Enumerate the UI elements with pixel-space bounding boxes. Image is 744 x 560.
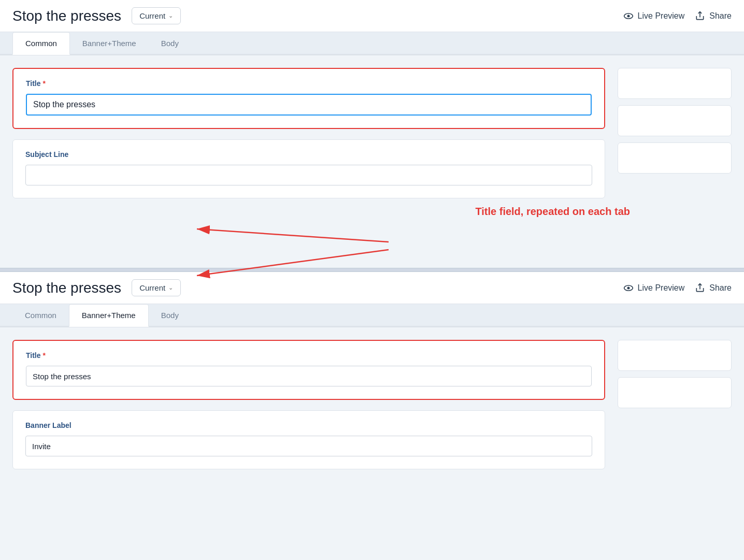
version-label-2: Current xyxy=(139,283,165,292)
version-label: Current xyxy=(139,11,165,20)
share-label-2: Share xyxy=(709,283,732,293)
share-button-2[interactable]: Share xyxy=(695,283,732,293)
bottom-main-content: Title * Banner Label xyxy=(12,340,605,480)
version-dropdown[interactable]: Current ⌄ xyxy=(132,7,181,24)
banner-label-card: Banner Label xyxy=(12,410,605,469)
sidebar-stub-1 xyxy=(618,68,732,99)
title-card-top: Title * xyxy=(12,68,605,129)
chevron-down-icon-2: ⌄ xyxy=(168,284,173,291)
svg-line-5 xyxy=(197,229,389,242)
subject-line-card: Subject Line xyxy=(12,139,605,198)
bottom-content-area: Title * Banner Label xyxy=(0,327,744,492)
title-field-label-top: Title * xyxy=(26,79,592,88)
tab-banner-theme-bottom[interactable]: Banner+Theme xyxy=(69,304,149,327)
header-actions: Live Preview Share xyxy=(623,11,732,21)
title-input-bottom[interactable] xyxy=(26,366,592,386)
top-tabs-bar: Common Banner+Theme Body xyxy=(0,32,744,55)
sidebar-stub-2 xyxy=(618,105,732,136)
subject-line-label: Subject Line xyxy=(25,150,592,159)
bottom-panel: Stop the presses Current ⌄ Live Preview … xyxy=(0,272,744,327)
tab-body-bottom[interactable]: Body xyxy=(149,305,191,326)
share-label: Share xyxy=(709,11,732,21)
svg-point-8 xyxy=(627,286,629,289)
sidebar-stub-5 xyxy=(618,377,732,408)
bottom-right-sidebar xyxy=(618,340,732,480)
title-card-bottom: Title * xyxy=(12,340,605,400)
bottom-tabs-bar: Common Banner+Theme Body xyxy=(0,304,744,327)
sidebar-stub-3 xyxy=(618,142,732,174)
section-divider xyxy=(0,268,744,272)
tab-common-top[interactable]: Common xyxy=(12,32,70,55)
header-actions-2: Live Preview Share xyxy=(623,283,732,293)
page-title: Stop the presses xyxy=(12,8,121,24)
banner-label-input[interactable] xyxy=(25,436,592,456)
live-preview-button-2[interactable]: Live Preview xyxy=(623,283,685,293)
top-header: Stop the presses Current ⌄ Live Preview … xyxy=(0,0,744,32)
chevron-down-icon: ⌄ xyxy=(168,12,173,19)
top-main-content: Title * Subject Line xyxy=(12,68,605,209)
live-preview-button[interactable]: Live Preview xyxy=(623,11,685,21)
top-panel: Stop the presses Current ⌄ Live Preview … xyxy=(0,0,744,55)
top-content-area: Title * Subject Line xyxy=(0,55,744,221)
share-icon xyxy=(695,11,705,21)
tab-common-bottom[interactable]: Common xyxy=(12,305,69,326)
live-preview-label: Live Preview xyxy=(638,11,685,21)
required-star-top: * xyxy=(43,79,46,88)
tab-body-top[interactable]: Body xyxy=(149,33,191,54)
svg-point-1 xyxy=(627,15,629,17)
subject-line-input[interactable] xyxy=(25,165,592,185)
eye-icon-2 xyxy=(623,283,634,293)
version-dropdown-2[interactable]: Current ⌄ xyxy=(132,279,181,296)
share-icon-2 xyxy=(695,283,705,293)
annotation-text: Title field, repeated on each tab xyxy=(475,206,630,218)
eye-icon xyxy=(623,11,634,21)
sidebar-stub-4 xyxy=(618,340,732,371)
share-button[interactable]: Share xyxy=(695,11,732,21)
required-star-bottom: * xyxy=(43,351,46,360)
title-field-label-bottom: Title * xyxy=(26,351,592,360)
top-right-sidebar xyxy=(618,68,732,209)
annotation-container: Title field, repeated on each tab xyxy=(0,221,744,268)
banner-label-field-label: Banner Label xyxy=(25,421,592,429)
tab-banner-theme-top[interactable]: Banner+Theme xyxy=(70,33,149,54)
page-title-2: Stop the presses xyxy=(12,280,121,296)
title-input-top[interactable] xyxy=(26,94,592,116)
live-preview-label-2: Live Preview xyxy=(638,283,685,293)
bottom-header: Stop the presses Current ⌄ Live Preview … xyxy=(0,272,744,304)
